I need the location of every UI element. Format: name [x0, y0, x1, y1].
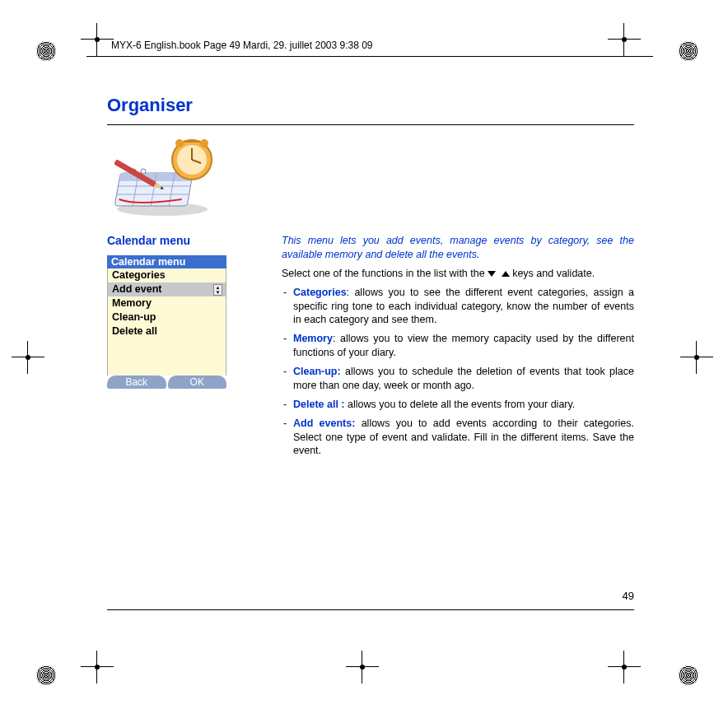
- bullet-list: Categories: allows you to see the differ…: [282, 286, 634, 459]
- regmark-bottom-center-3: [608, 651, 641, 684]
- phone-softkey-bar: Back OK: [107, 376, 226, 389]
- phone-menu-item-categories[interactable]: Categories: [108, 268, 226, 282]
- section-heading: Calendar menu: [107, 234, 264, 247]
- bullet-label: Clean-up:: [293, 366, 341, 377]
- regmark-bottom-right: [669, 659, 702, 692]
- bullet-label: Categories: [293, 287, 347, 298]
- title-rule: [107, 124, 634, 125]
- svg-point-17: [175, 139, 184, 147]
- regmark-bottom-left: [36, 659, 69, 692]
- regmark-mid-right: [680, 341, 713, 374]
- phone-menu-item-label: Add event: [112, 283, 161, 295]
- regmark-mid-left: [12, 341, 44, 374]
- organiser-illustration: [107, 137, 231, 219]
- footer-rule: [107, 609, 634, 610]
- phone-menu-item-add-event[interactable]: Add event ▲▼: [108, 282, 226, 296]
- bullet-cleanup: Clean-up: allows you to schedule the del…: [282, 365, 634, 393]
- select-instruction: Select one of the functions in the list …: [282, 267, 634, 281]
- page-footer: 49: [107, 609, 634, 610]
- description-column: This menu lets you add events, manage ev…: [282, 234, 634, 463]
- select-pre: Select one of the functions in the list …: [282, 268, 488, 279]
- bullet-text: allows you to schedule the deletion of e…: [293, 366, 634, 391]
- page-number: 49: [623, 590, 634, 602]
- doc-header-text: MYX-6 English.book Page 49 Mardi, 29. ju…: [111, 40, 373, 51]
- bullet-text: allows you to delete all the events from…: [348, 399, 575, 410]
- phone-menu-item-delete-all[interactable]: Delete all: [108, 324, 226, 338]
- bullet-categories: Categories: allows you to see the differ…: [282, 286, 634, 328]
- intro-text: This menu lets you add events, manage ev…: [282, 234, 634, 262]
- phone-menu-item-memory[interactable]: Memory: [108, 296, 226, 310]
- arrow-up-icon: [502, 271, 510, 277]
- page-title: Organiser: [107, 95, 634, 116]
- regmark-bottom-center-1: [81, 651, 114, 684]
- regmark-top-left: [36, 35, 69, 68]
- phone-menu-item-clean-up[interactable]: Clean-up: [108, 310, 226, 324]
- arrow-down-icon: [488, 271, 496, 277]
- bullet-deleteall: Delete all : allows you to delete all th…: [282, 398, 634, 412]
- bullet-label: Delete all :: [293, 399, 345, 410]
- regmark-top-right: [669, 35, 702, 68]
- bullet-memory: Memory: allows you to view the memory ca…: [282, 332, 634, 360]
- bullet-text: allows you to view the memory capacity u…: [293, 333, 634, 358]
- bullet-label: Add events:: [293, 418, 355, 429]
- regmark-bottom-center-2: [346, 651, 379, 684]
- svg-point-18: [200, 139, 208, 147]
- page-content: Organiser: [107, 95, 634, 463]
- svg-point-9: [141, 169, 146, 174]
- softkey-back[interactable]: Back: [107, 376, 166, 389]
- phone-window-title: Calendar menu: [107, 255, 226, 268]
- doc-header-strip: MYX-6 English.book Page 49 Mardi, 29. ju…: [86, 38, 653, 57]
- select-post: keys and validate.: [512, 268, 595, 279]
- softkey-ok[interactable]: OK: [168, 376, 227, 389]
- spinner-icon[interactable]: ▲▼: [213, 284, 222, 296]
- bullet-addevents: Add events: allows you to add events acc…: [282, 417, 634, 459]
- bullet-label: Memory: [293, 333, 333, 344]
- phone-mockup: Calendar menu Categories Add event ▲▼ Me…: [107, 255, 226, 389]
- phone-menu-body: Categories Add event ▲▼ Memory Clean-up …: [107, 268, 226, 376]
